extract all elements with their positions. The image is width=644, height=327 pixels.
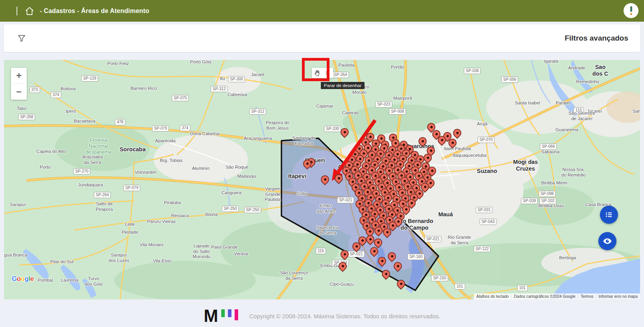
map-label: Santana de Parnaíba bbox=[292, 136, 316, 146]
list-icon bbox=[605, 210, 613, 219]
map-label: Bacaetava bbox=[74, 119, 95, 124]
map-label: Piratuba bbox=[164, 200, 181, 206]
map-attribution: Atalhos do teclado Dados cartográficos ©… bbox=[474, 294, 640, 299]
map-label: Itaquaquecetuba bbox=[453, 153, 487, 158]
map-label: gua Branca bbox=[4, 253, 28, 258]
map-label: Canguera bbox=[222, 190, 242, 196]
zoom-in-button[interactable]: + bbox=[11, 68, 27, 84]
map-label: Pirapora do Bom Jesus bbox=[266, 120, 289, 131]
map-label: Embu das Artes bbox=[316, 203, 335, 214]
map-label: Ressaca bbox=[171, 213, 189, 219]
map-label: Portão bbox=[391, 65, 404, 70]
home-button[interactable] bbox=[24, 6, 35, 17]
map-label: Biritiba Mirim bbox=[541, 180, 567, 186]
cursor-icon bbox=[325, 70, 331, 76]
map-label: Itapevi bbox=[288, 173, 306, 180]
map-label: Cabreúva bbox=[228, 92, 247, 98]
map-label: Nossa Sra. do Remédio bbox=[561, 167, 586, 178]
road-shield: SP-264 bbox=[94, 192, 111, 198]
app-header: - Cadastros - Áreas de Atendimento bbox=[0, 0, 644, 22]
map-label: Floresta Nacional de Ipanema bbox=[85, 137, 111, 155]
map-label: Mogi das Cruzes bbox=[513, 159, 538, 172]
map-label: Sorocaba bbox=[120, 146, 146, 153]
map-label: Mauá bbox=[438, 211, 453, 218]
pan-tool-button[interactable] bbox=[312, 68, 322, 78]
road-shield: 374 bbox=[180, 125, 191, 131]
map-label: Tatuí bbox=[17, 106, 27, 111]
terms-link[interactable]: Termos bbox=[578, 294, 596, 299]
map-label: Paratei bbox=[556, 100, 570, 106]
map-label: São Lourenço da Serra bbox=[280, 270, 308, 281]
drawing-toolbar bbox=[312, 68, 333, 78]
alert-button[interactable] bbox=[624, 3, 638, 18]
map-data-text: Dados cartográficos ©2024 Google bbox=[511, 294, 577, 299]
road-shield: SP-039 bbox=[521, 198, 538, 204]
road-shield: SP-008 bbox=[389, 108, 406, 115]
map-label: Jacaré bbox=[251, 72, 265, 78]
copyright-text: Copyright © 2008-2024. Máxima Sistemas. … bbox=[249, 313, 440, 320]
maxima-logo: M bbox=[204, 309, 218, 323]
map-label: Capela do Alto bbox=[37, 149, 66, 154]
map-canvas[interactable]: 373374SP-129SP-300SP-312SP-075SP-354SP-3… bbox=[4, 60, 640, 299]
road-shield: SP-066 bbox=[540, 143, 557, 150]
road-shield: SP-079 bbox=[152, 125, 169, 132]
draw-shape-tool-button[interactable] bbox=[322, 68, 333, 78]
zoom-control: + − bbox=[11, 68, 27, 100]
map-label: Itu bbox=[220, 76, 225, 82]
map-label: Guararema bbox=[555, 127, 578, 133]
hand-icon bbox=[314, 70, 320, 76]
map-label: Porto bbox=[40, 165, 51, 170]
google-logo[interactable]: Google bbox=[12, 275, 34, 283]
map-label: Lajeado do Salto Murundu bbox=[192, 243, 210, 260]
zoom-out-button[interactable]: − bbox=[11, 84, 27, 100]
road-shield: SP-075 bbox=[172, 95, 189, 101]
list-fab-button[interactable] bbox=[600, 206, 618, 224]
road-shield: SP-268 bbox=[18, 114, 35, 120]
map-label: Dona Catarina bbox=[190, 131, 219, 137]
map-label: Votorantim bbox=[135, 170, 157, 175]
page-title: - Cadastros - Áreas de Atendimento bbox=[40, 7, 149, 15]
map-label: Boituva bbox=[61, 86, 76, 92]
map-label: Itapecerica da Serra bbox=[316, 225, 339, 236]
road-shield: 478 bbox=[115, 119, 126, 125]
map-label: Andrade bbox=[568, 65, 585, 71]
home-icon bbox=[25, 6, 34, 16]
map-label: Vila Moraes bbox=[140, 242, 164, 248]
filter-bar: Filtros avançados bbox=[4, 24, 640, 52]
map-label: Araçariguama bbox=[244, 136, 272, 141]
road-shield: SP-330 bbox=[324, 126, 341, 132]
advanced-filters-button[interactable]: Filtros avançados bbox=[564, 34, 628, 43]
map-label: São Silvestre de Jacareí bbox=[568, 111, 595, 121]
maxima-logo-bars bbox=[221, 309, 238, 320]
map-label: Caieiras bbox=[342, 110, 359, 116]
road-shield: 101 bbox=[455, 283, 465, 290]
view-fab-button[interactable] bbox=[598, 232, 616, 250]
map-label: Sao dos C bbox=[592, 64, 608, 77]
map-label: Cajamar bbox=[316, 104, 333, 109]
keyboard-shortcuts-link[interactable]: Atalhos do teclado bbox=[474, 294, 511, 299]
map-label: Jundiaquara bbox=[78, 182, 103, 188]
road-shield: SP-031 bbox=[476, 207, 492, 213]
filter-button[interactable] bbox=[16, 32, 28, 44]
eye-icon bbox=[603, 236, 612, 246]
footer: M Copyright © 2008-2024. Máxima Sistemas… bbox=[0, 299, 644, 327]
map-label: Araçoiaba da Serra bbox=[82, 154, 103, 165]
map-label: Suzano bbox=[477, 168, 497, 175]
road-shield: SP-150 bbox=[431, 275, 448, 281]
report-error-link[interactable]: Informar erro no mapa bbox=[596, 294, 640, 299]
map-label: Vargem Grande Paulista bbox=[265, 186, 281, 203]
road-shield: 116 bbox=[316, 248, 326, 254]
road-shield: SP-070 bbox=[477, 137, 494, 143]
map-label: Barreiro Rico bbox=[130, 86, 157, 91]
map-label: Sarapuí dos Luzes bbox=[109, 253, 129, 263]
map-label: Igaratá bbox=[544, 60, 558, 64]
map-label: Paruru Vieiras bbox=[147, 219, 176, 225]
map-label: Mailasqui bbox=[237, 174, 257, 179]
map-label: Itaim Paulista bbox=[444, 146, 471, 152]
map-label: Aparecida bbox=[155, 138, 176, 144]
road-shield: SP-098 bbox=[539, 191, 555, 197]
road-shield: SP-160 bbox=[407, 254, 424, 260]
road-shield: SP-056 bbox=[501, 76, 518, 83]
road-shield: SP-043 bbox=[479, 219, 496, 225]
road-shield: SP-021 bbox=[424, 236, 441, 242]
